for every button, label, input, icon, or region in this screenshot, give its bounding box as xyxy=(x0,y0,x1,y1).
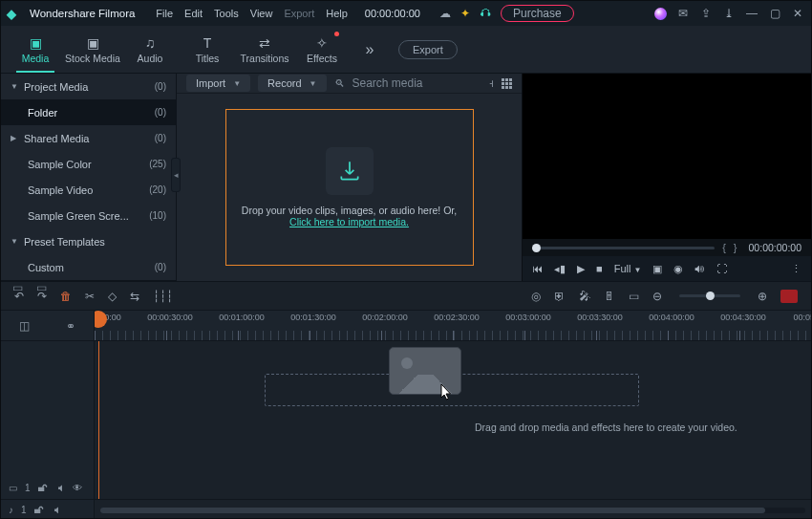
sidebar-item-sample-green-screen[interactable]: Sample Green Scre... (10) xyxy=(1,203,176,228)
menu-file[interactable]: File xyxy=(156,8,173,19)
sidebar-item-label: Project Media xyxy=(24,81,88,93)
media-dropzone[interactable]: Drop your video clips, images, or audio … xyxy=(177,94,522,281)
sidebar-item-project-media[interactable]: ▼Project Media (0) xyxy=(1,74,176,99)
outbox-icon[interactable]: ⇪ xyxy=(698,7,714,20)
step-back-button[interactable]: ◂▮ xyxy=(554,263,566,275)
orb-icon[interactable] xyxy=(652,8,668,20)
record-dropdown[interactable]: Record ▼ xyxy=(258,75,326,92)
sidebar-item-custom[interactable]: Custom (0) xyxy=(1,254,176,280)
filter-icon[interactable]: ⫞ xyxy=(488,76,494,90)
render-button[interactable]: ◎ xyxy=(531,290,541,303)
dropzone-link[interactable]: Click here to import media. xyxy=(289,216,409,227)
scrubber-track[interactable] xyxy=(532,247,715,249)
tracks-area[interactable]: Drag and drop media and effects here to … xyxy=(95,341,811,499)
dropzone-box: Drop your video clips, images, or audio … xyxy=(225,109,474,266)
cloud-icon[interactable]: ☁ xyxy=(439,7,451,20)
voiceover-button[interactable]: 🎤︎ xyxy=(579,290,590,303)
split-button[interactable]: ✂︎ xyxy=(85,290,95,303)
delete-button[interactable]: 🗑︎ xyxy=(60,290,72,303)
sparkle-icon[interactable]: ✦ xyxy=(460,7,470,20)
mute-icon[interactable]: 🔈︎ xyxy=(52,505,61,515)
music-note-icon: ♫ xyxy=(145,35,156,51)
sidebar-item-count: (25) xyxy=(149,159,166,169)
export-button[interactable]: Export xyxy=(398,40,458,59)
record-indicator-icon[interactable] xyxy=(780,290,798,303)
tab-effects[interactable]: ✧ Effects xyxy=(293,26,351,73)
menu-edit[interactable]: Edit xyxy=(184,8,203,19)
keyframe-button[interactable]: ▭ xyxy=(629,290,639,303)
maximize-button[interactable]: ▢ xyxy=(767,7,782,20)
undo-button[interactable]: ↶ xyxy=(14,290,24,303)
close-button[interactable]: ✕ xyxy=(790,7,805,20)
settings-icon[interactable]: ⋮ xyxy=(791,263,801,275)
playhead-line[interactable] xyxy=(98,341,99,499)
zoom-in-button[interactable]: ⊕ xyxy=(758,290,767,303)
time-ruler[interactable]: 00:00:00:00 00:00:30:00 00:01:00:00 00:0… xyxy=(95,311,811,340)
tab-transitions[interactable]: ⇄ Transitions xyxy=(236,26,293,73)
mixer-button[interactable]: ┆┆┆ xyxy=(153,290,173,303)
mute-icon[interactable]: 🔈︎ xyxy=(55,483,65,493)
purchase-button[interactable]: Purchase xyxy=(501,5,574,22)
adjust-button[interactable]: ⇆ xyxy=(130,290,139,303)
sidebar-item-sample-video[interactable]: Sample Video (20) xyxy=(1,177,176,203)
scrollbar-thumb[interactable] xyxy=(100,508,765,513)
tab-audio[interactable]: ♫ Audio xyxy=(121,26,179,73)
import-dropdown[interactable]: Import ▼ xyxy=(186,75,250,92)
sidebar-item-label: Sample Video xyxy=(28,184,93,196)
menu-tools[interactable]: Tools xyxy=(214,8,239,19)
dropzone-text: Drop your video clips, images, or audio … xyxy=(242,205,457,227)
zoom-knob[interactable] xyxy=(706,292,715,300)
lock-icon[interactable]: 🔓︎ xyxy=(34,505,44,515)
download-icon[interactable]: ⤓ xyxy=(721,7,737,20)
headphones-icon[interactable]: 🎧︎ xyxy=(480,7,491,20)
preview-time: 00:00:00:00 xyxy=(749,242,801,253)
search-media-input[interactable]: 🔍︎ Search media xyxy=(334,76,481,90)
volume-icon[interactable]: 🔊︎ xyxy=(694,263,705,274)
tab-media[interactable]: ▣ Media xyxy=(7,26,64,73)
ruler-label: 00:05: xyxy=(793,313,811,322)
scrubber-knob[interactable] xyxy=(532,244,541,252)
crop-icon[interactable]: ▣ xyxy=(652,263,662,275)
zoom-out-button[interactable]: ⊖ xyxy=(652,290,662,303)
panel-collapse-handle[interactable]: ◂ xyxy=(171,158,181,192)
menu-help[interactable]: Help xyxy=(326,8,348,19)
playhead-handle[interactable] xyxy=(95,311,107,328)
media-sidebar: ▼Project Media (0) Folder (0) ▶Shared Me… xyxy=(1,74,177,281)
horizontal-scrollbar[interactable] xyxy=(100,508,805,513)
preview-viewport[interactable] xyxy=(523,74,811,239)
menu-view[interactable]: View xyxy=(250,8,273,19)
shield-icon[interactable]: ⛨ xyxy=(554,290,566,303)
sidebar-item-shared-media[interactable]: ▶Shared Media (0) xyxy=(1,125,176,151)
prev-frame-button[interactable]: ⏮︎ xyxy=(532,263,543,274)
link-icon[interactable]: ⚭ xyxy=(66,319,75,333)
ruler-label: 00:04:30:00 xyxy=(720,313,766,322)
mark-in-icon[interactable]: { xyxy=(722,242,726,253)
quality-dropdown[interactable]: Full ▼ xyxy=(614,263,642,274)
fullscreen-icon[interactable]: ⛶ xyxy=(716,263,727,274)
tab-titles[interactable]: T Titles xyxy=(179,26,236,73)
menu-export[interactable]: Export xyxy=(284,8,314,19)
mark-out-icon[interactable]: } xyxy=(734,242,737,253)
view-grid-icon[interactable] xyxy=(502,78,512,89)
minimize-button[interactable]: — xyxy=(744,7,759,20)
tab-stock-media[interactable]: ▣ Stock Media xyxy=(64,26,121,73)
snapshot-icon[interactable]: ◉ xyxy=(673,263,683,275)
cursor-pointer-icon xyxy=(438,383,454,399)
timeline-scrollbar-area xyxy=(95,500,811,519)
project-timecode: 00:00:00:00 xyxy=(365,8,420,19)
play-button[interactable]: ▶ xyxy=(577,263,585,275)
sidebar-item-sample-color[interactable]: Sample Color (25) xyxy=(1,151,176,177)
redo-button[interactable]: ↷ xyxy=(37,290,47,303)
visibility-icon[interactable]: 👁︎ xyxy=(73,483,82,493)
more-tabs-button[interactable]: » xyxy=(351,41,389,58)
download-icon xyxy=(326,147,374,195)
sidebar-item-preset-templates[interactable]: ▼Preset Templates xyxy=(1,228,176,254)
audio-mixer-button[interactable]: 🎚︎ xyxy=(604,290,615,303)
message-icon[interactable]: ✉︎ xyxy=(675,7,691,20)
lock-icon[interactable]: 🔓︎ xyxy=(38,483,48,493)
stop-button[interactable]: ■ xyxy=(596,263,603,274)
sidebar-item-folder[interactable]: Folder (0) xyxy=(1,99,176,125)
zoom-slider[interactable] xyxy=(679,294,740,297)
marker-button[interactable]: ◇ xyxy=(108,290,117,303)
track-lock-icon[interactable]: ◫ xyxy=(19,319,30,333)
